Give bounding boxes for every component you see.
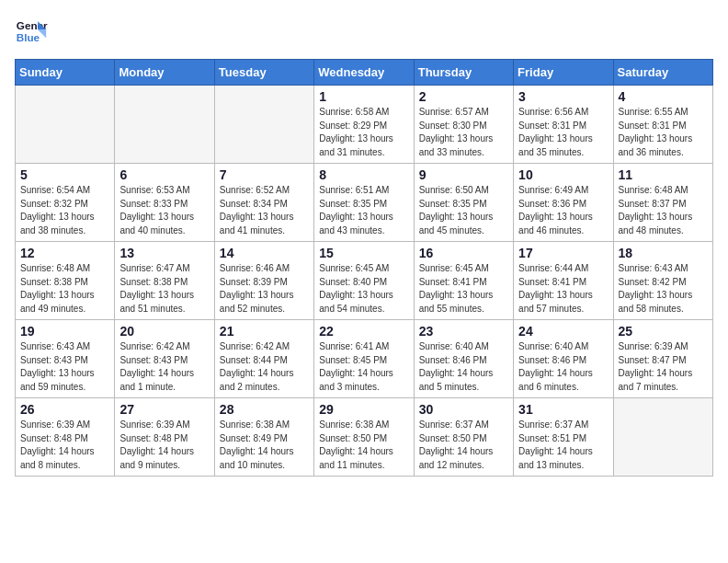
day-number: 25	[619, 324, 708, 339]
calendar-cell: 2Sunrise: 6:57 AM Sunset: 8:30 PM Daylig…	[414, 86, 513, 164]
day-number: 23	[419, 324, 508, 339]
day-info: Sunrise: 6:51 AM Sunset: 8:35 PM Dayligh…	[319, 184, 408, 237]
day-number: 29	[319, 402, 408, 417]
day-info: Sunrise: 6:47 AM Sunset: 8:38 PM Dayligh…	[119, 262, 209, 316]
day-number: 8	[319, 167, 408, 182]
day-number: 19	[20, 324, 109, 339]
day-info: Sunrise: 6:46 AM Sunset: 8:39 PM Dayligh…	[220, 262, 309, 316]
day-number: 14	[220, 246, 309, 260]
calendar-cell: 16Sunrise: 6:45 AM Sunset: 8:41 PM Dayli…	[414, 242, 513, 320]
day-number: 31	[518, 402, 608, 417]
calendar-cell: 31Sunrise: 6:37 AM Sunset: 8:51 PM Dayli…	[514, 398, 613, 477]
day-info: Sunrise: 6:45 AM Sunset: 8:40 PM Dayligh…	[319, 262, 408, 316]
day-number: 22	[319, 324, 408, 339]
day-number: 3	[518, 89, 608, 104]
day-info: Sunrise: 6:41 AM Sunset: 8:45 PM Dayligh…	[319, 340, 408, 394]
day-number: 12	[20, 246, 109, 260]
day-info: Sunrise: 6:39 AM Sunset: 8:47 PM Dayligh…	[619, 340, 708, 394]
weekday-header-wednesday: Wednesday	[314, 60, 414, 86]
calendar-week-3: 12Sunrise: 6:48 AM Sunset: 8:38 PM Dayli…	[16, 242, 713, 320]
day-info: Sunrise: 6:42 AM Sunset: 8:44 PM Dayligh…	[220, 340, 309, 394]
day-number: 7	[220, 167, 309, 182]
weekday-header-row: SundayMondayTuesdayWednesdayThursdayFrid…	[16, 60, 713, 86]
day-number: 24	[518, 324, 608, 339]
day-info: Sunrise: 6:58 AM Sunset: 8:29 PM Dayligh…	[319, 106, 408, 159]
day-info: Sunrise: 6:38 AM Sunset: 8:49 PM Dayligh…	[220, 419, 309, 472]
day-info: Sunrise: 6:52 AM Sunset: 8:34 PM Dayligh…	[220, 184, 309, 237]
calendar-cell: 8Sunrise: 6:51 AM Sunset: 8:35 PM Daylig…	[314, 164, 414, 242]
day-number: 26	[20, 402, 109, 417]
day-info: Sunrise: 6:43 AM Sunset: 8:43 PM Dayligh…	[20, 340, 109, 394]
day-number: 10	[518, 167, 608, 182]
calendar-cell: 29Sunrise: 6:38 AM Sunset: 8:50 PM Dayli…	[314, 398, 414, 477]
day-number: 28	[220, 402, 309, 417]
calendar-cell: 5Sunrise: 6:54 AM Sunset: 8:32 PM Daylig…	[16, 164, 115, 242]
day-info: Sunrise: 6:54 AM Sunset: 8:32 PM Dayligh…	[20, 184, 109, 237]
calendar-cell: 13Sunrise: 6:47 AM Sunset: 8:38 PM Dayli…	[115, 242, 214, 320]
calendar-cell: 21Sunrise: 6:42 AM Sunset: 8:44 PM Dayli…	[214, 320, 313, 398]
day-number: 27	[119, 402, 209, 417]
calendar-table: SundayMondayTuesdayWednesdayThursdayFrid…	[15, 59, 713, 477]
calendar-week-2: 5Sunrise: 6:54 AM Sunset: 8:32 PM Daylig…	[16, 164, 713, 242]
day-info: Sunrise: 6:39 AM Sunset: 8:48 PM Dayligh…	[20, 419, 109, 472]
calendar-cell: 14Sunrise: 6:46 AM Sunset: 8:39 PM Dayli…	[214, 242, 313, 320]
svg-text:Blue: Blue	[17, 31, 40, 43]
calendar-cell: 9Sunrise: 6:50 AM Sunset: 8:35 PM Daylig…	[414, 164, 513, 242]
calendar-cell: 4Sunrise: 6:55 AM Sunset: 8:31 PM Daylig…	[613, 86, 712, 164]
logo-icon: General Blue	[15, 15, 48, 48]
calendar-cell: 3Sunrise: 6:56 AM Sunset: 8:31 PM Daylig…	[514, 86, 613, 164]
weekday-header-monday: Monday	[115, 60, 214, 86]
weekday-header-friday: Friday	[514, 60, 613, 86]
calendar-cell	[214, 86, 313, 164]
calendar-cell: 6Sunrise: 6:53 AM Sunset: 8:33 PM Daylig…	[115, 164, 214, 242]
day-info: Sunrise: 6:56 AM Sunset: 8:31 PM Dayligh…	[518, 106, 608, 159]
calendar-cell: 19Sunrise: 6:43 AM Sunset: 8:43 PM Dayli…	[16, 320, 115, 398]
day-number: 20	[119, 324, 209, 339]
day-number: 1	[319, 89, 408, 104]
calendar-cell: 18Sunrise: 6:43 AM Sunset: 8:42 PM Dayli…	[613, 242, 712, 320]
calendar-cell: 11Sunrise: 6:48 AM Sunset: 8:37 PM Dayli…	[613, 164, 712, 242]
day-number: 13	[119, 246, 209, 260]
day-number: 4	[619, 89, 708, 104]
day-info: Sunrise: 6:42 AM Sunset: 8:43 PM Dayligh…	[119, 340, 209, 394]
day-number: 2	[419, 89, 508, 104]
day-info: Sunrise: 6:39 AM Sunset: 8:48 PM Dayligh…	[119, 419, 209, 472]
day-number: 5	[20, 167, 109, 182]
day-info: Sunrise: 6:55 AM Sunset: 8:31 PM Dayligh…	[619, 106, 708, 159]
day-number: 11	[619, 167, 708, 182]
day-info: Sunrise: 6:40 AM Sunset: 8:46 PM Dayligh…	[518, 340, 608, 394]
calendar-cell	[16, 86, 115, 164]
day-number: 30	[419, 402, 508, 417]
day-number: 17	[518, 246, 608, 260]
day-info: Sunrise: 6:49 AM Sunset: 8:36 PM Dayligh…	[518, 184, 608, 237]
logo: General Blue	[15, 15, 48, 48]
calendar-cell	[613, 398, 712, 477]
weekday-header-thursday: Thursday	[414, 60, 513, 86]
calendar-cell: 27Sunrise: 6:39 AM Sunset: 8:48 PM Dayli…	[115, 398, 214, 477]
day-info: Sunrise: 6:40 AM Sunset: 8:46 PM Dayligh…	[419, 340, 508, 394]
calendar-cell: 20Sunrise: 6:42 AM Sunset: 8:43 PM Dayli…	[115, 320, 214, 398]
calendar-cell: 24Sunrise: 6:40 AM Sunset: 8:46 PM Dayli…	[514, 320, 613, 398]
calendar-week-4: 19Sunrise: 6:43 AM Sunset: 8:43 PM Dayli…	[16, 320, 713, 398]
day-number: 21	[220, 324, 309, 339]
calendar-cell: 1Sunrise: 6:58 AM Sunset: 8:29 PM Daylig…	[314, 86, 414, 164]
weekday-header-saturday: Saturday	[613, 60, 712, 86]
day-info: Sunrise: 6:48 AM Sunset: 8:37 PM Dayligh…	[619, 184, 708, 237]
calendar-cell: 28Sunrise: 6:38 AM Sunset: 8:49 PM Dayli…	[214, 398, 313, 477]
day-info: Sunrise: 6:53 AM Sunset: 8:33 PM Dayligh…	[119, 184, 209, 237]
calendar-cell: 10Sunrise: 6:49 AM Sunset: 8:36 PM Dayli…	[514, 164, 613, 242]
page-header: General Blue	[15, 15, 713, 48]
day-info: Sunrise: 6:57 AM Sunset: 8:30 PM Dayligh…	[419, 106, 508, 159]
day-info: Sunrise: 6:48 AM Sunset: 8:38 PM Dayligh…	[20, 262, 109, 316]
day-info: Sunrise: 6:37 AM Sunset: 8:51 PM Dayligh…	[518, 419, 608, 472]
day-number: 18	[619, 246, 708, 260]
day-number: 16	[419, 246, 508, 260]
day-info: Sunrise: 6:44 AM Sunset: 8:41 PM Dayligh…	[518, 262, 608, 316]
calendar-cell: 7Sunrise: 6:52 AM Sunset: 8:34 PM Daylig…	[214, 164, 313, 242]
day-info: Sunrise: 6:38 AM Sunset: 8:50 PM Dayligh…	[319, 419, 408, 472]
calendar-cell: 23Sunrise: 6:40 AM Sunset: 8:46 PM Dayli…	[414, 320, 513, 398]
calendar-cell: 26Sunrise: 6:39 AM Sunset: 8:48 PM Dayli…	[16, 398, 115, 477]
calendar-cell: 17Sunrise: 6:44 AM Sunset: 8:41 PM Dayli…	[514, 242, 613, 320]
calendar-week-1: 1Sunrise: 6:58 AM Sunset: 8:29 PM Daylig…	[16, 86, 713, 164]
day-info: Sunrise: 6:50 AM Sunset: 8:35 PM Dayligh…	[419, 184, 508, 237]
